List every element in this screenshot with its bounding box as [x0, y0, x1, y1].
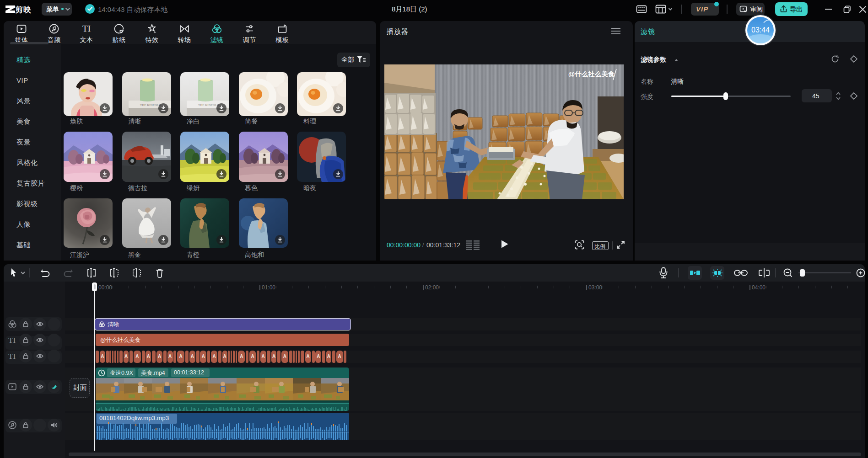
svg-text:TI: TI [82, 24, 91, 33]
svg-text:@什么社么美食: @什么社么美食 [568, 70, 615, 78]
